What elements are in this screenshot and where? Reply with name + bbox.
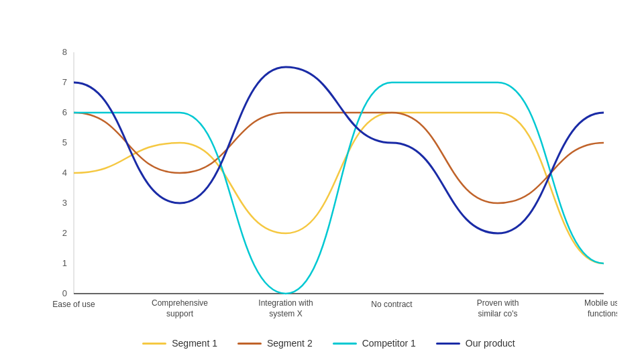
legend-label-segment2: Segment 2 [267, 338, 313, 349]
legend-line-competitor1 [333, 343, 357, 345]
y-label-0: 0 [62, 288, 67, 298]
y-label-2: 2 [62, 228, 67, 238]
x-label-2b: system X [269, 309, 302, 318]
y-label-6: 6 [62, 107, 67, 117]
chart-container: 0 1 2 3 4 5 6 7 8 Ease of use Comprehens… [0, 0, 644, 362]
x-label-3: No contract [371, 300, 413, 309]
legend-label-our-product: Our product [466, 338, 515, 349]
legend-item-competitor1: Competitor 1 [333, 338, 416, 349]
legend-line-segment2 [237, 343, 262, 345]
x-label-2: Integration with [258, 298, 313, 308]
legend-item-segment2: Segment 2 [237, 338, 313, 349]
x-label-5: Mobile use [584, 298, 617, 308]
x-label-4: Proven with [477, 298, 519, 308]
y-label-4: 4 [62, 168, 67, 178]
x-label-0: Ease of use [52, 300, 95, 309]
legend: Segment 1 Segment 2 Competitor 1 Our pro… [142, 338, 515, 355]
chart-area: 0 1 2 3 4 5 6 7 8 Ease of use Comprehens… [40, 13, 617, 333]
legend-label-segment1: Segment 1 [172, 338, 217, 349]
y-label-5: 5 [62, 137, 67, 147]
legend-item-segment1: Segment 1 [142, 338, 217, 349]
legend-line-our-product [436, 343, 460, 345]
x-label-1: Comprehensive [152, 298, 208, 308]
x-label-1b: support [166, 309, 194, 318]
legend-label-competitor1: Competitor 1 [362, 338, 416, 349]
x-label-4b: similar co's [478, 309, 518, 318]
y-label-1: 1 [62, 258, 67, 268]
legend-line-segment1 [142, 343, 166, 345]
y-label-3: 3 [62, 198, 67, 208]
x-label-5b: functions [588, 309, 617, 318]
y-label-8: 8 [62, 47, 67, 57]
legend-item-our-product: Our product [436, 338, 515, 349]
y-label-7: 7 [62, 77, 67, 87]
series-our-product [74, 67, 604, 233]
series-competitor1 [74, 82, 604, 294]
chart-svg: 0 1 2 3 4 5 6 7 8 Ease of use Comprehens… [40, 13, 617, 333]
